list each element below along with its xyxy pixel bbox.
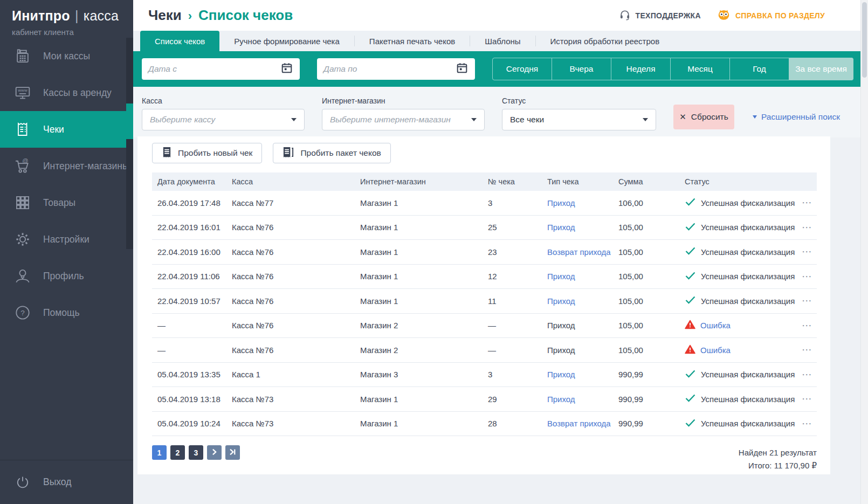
chevron-down-icon [753, 115, 757, 119]
breadcrumb-root[interactable]: Чеки [148, 7, 182, 24]
advanced-search-link[interactable]: Расширенный поиск [753, 112, 840, 122]
sidebar-item[interactable]: Мои кассы [0, 38, 133, 74]
logout-label: Выход [43, 477, 71, 488]
last-page-button[interactable] [225, 445, 240, 460]
row-menu-button[interactable]: ⋯ [797, 274, 817, 279]
date-from-input[interactable]: Дата с [142, 58, 300, 80]
row-menu-button[interactable]: ⋯ [797, 347, 817, 353]
results-total: Итого: 11 170,90 ₽ [739, 459, 817, 472]
row-menu-button[interactable]: ⋯ [797, 396, 817, 402]
row-menu-button[interactable]: ⋯ [797, 421, 817, 426]
calendar-icon[interactable] [456, 61, 469, 77]
receipt-date: 22.04.2019 16:01 [157, 223, 232, 232]
app-subtitle: кабинет клиента [12, 27, 133, 37]
sidebar-item[interactable]: wwwКассы в аренду [0, 74, 133, 111]
reset-filters-button[interactable]: ✕ Сбросить [673, 105, 734, 129]
success-check-icon [685, 222, 696, 233]
period-button[interactable]: Сегодня [493, 58, 552, 80]
receipt-kassa: Касса №73 [232, 419, 360, 428]
receipt-amount: 105,00 [618, 346, 685, 355]
row-menu-button[interactable]: ⋯ [797, 298, 817, 303]
row-menu-button[interactable]: ⋯ [797, 323, 817, 328]
receipt-type-link[interactable]: Приход [547, 395, 618, 404]
receipt-type-link[interactable]: Приход [547, 296, 618, 306]
receipt-type-link[interactable]: Возврат прихода [547, 419, 618, 428]
tab[interactable]: Список чеков [140, 31, 219, 51]
tab[interactable]: История обработки реестров [536, 31, 674, 51]
sidebar-scrollbar[interactable] [126, 38, 133, 249]
sidebar-item-label: Мои кассы [43, 51, 90, 62]
row-menu-button[interactable]: ⋯ [797, 372, 817, 377]
svg-text:www: www [17, 88, 27, 93]
page-button[interactable]: 3 [189, 445, 203, 460]
tab-bar: Список чековРучное формирование чекаПаке… [133, 31, 868, 51]
logout-button[interactable]: Выход [0, 460, 133, 504]
tab[interactable]: Пакетная печать чеков [355, 31, 470, 51]
row-menu-button[interactable]: ⋯ [797, 225, 817, 230]
sidebar-item[interactable]: ?Помощь [0, 294, 133, 331]
row-menu-button[interactable]: ⋯ [797, 200, 817, 205]
shop-select-placeholder: Выберите интернет-магазин [330, 115, 451, 125]
status-select[interactable]: Все чеки [502, 109, 656, 130]
batch-receipt-button[interactable]: Пробить пакет чеков [273, 143, 390, 163]
page-scrollbar-thumb[interactable] [862, 2, 867, 78]
kassa-select[interactable]: Выберите кассу [142, 109, 305, 130]
sidebar: Инитпро | касса кабинет клиента Мои касс… [0, 0, 133, 504]
receipt-kassa: Касса №76 [232, 296, 360, 306]
status-text: Успешная фискализация [701, 198, 795, 208]
headset-icon [619, 9, 631, 22]
receipt-amount: 105,00 [618, 296, 685, 306]
breadcrumb: Чеки › Список чеков [148, 7, 293, 24]
receipt-number: 3 [488, 198, 547, 208]
receipt-type-link[interactable]: Приход [547, 198, 618, 208]
receipt-icon [13, 121, 32, 138]
section-help-link[interactable]: СПРАВКА ПО РАЗДЕЛУ [717, 9, 825, 22]
status-badge: Успешная фискализация [685, 418, 797, 429]
success-check-icon [685, 271, 696, 282]
status-error-link[interactable]: Ошибка [700, 321, 731, 330]
period-button[interactable]: Месяц [671, 58, 730, 80]
page-button-current[interactable]: 1 [152, 445, 167, 460]
chevron-right-icon [210, 448, 218, 458]
status-text: Успешная фискализация [701, 395, 795, 404]
receipt-amount: 105,00 [618, 321, 685, 330]
receipt-type: Приход [547, 346, 618, 355]
receipt-number: 12 [488, 272, 547, 281]
receipt-kassa: Касса №76 [232, 247, 360, 257]
next-page-button[interactable] [207, 445, 222, 460]
sidebar-item[interactable]: @Интернет-магазины [0, 148, 133, 184]
sidebar-item[interactable]: Товары [0, 184, 133, 221]
tab[interactable]: Шаблоны [470, 31, 535, 51]
receipt-stack-icon [283, 147, 294, 160]
receipt-actions: Пробить новый чек Пробить пакет чеков [152, 143, 817, 163]
status-badge: Успешная фискализация [685, 393, 797, 404]
new-receipt-button[interactable]: Пробить новый чек [152, 143, 262, 163]
page-button[interactable]: 2 [170, 445, 185, 460]
row-menu-button[interactable]: ⋯ [797, 249, 817, 254]
shop-select[interactable]: Выберите интернет-магазин [322, 109, 485, 130]
receipt-type-link[interactable]: Приход [547, 370, 618, 379]
sidebar-item[interactable]: Профиль [0, 258, 133, 294]
sidebar-item[interactable]: Настройки [0, 221, 133, 258]
status-filter: Статус Все чеки [502, 87, 656, 130]
breadcrumb-separator-icon: › [188, 9, 192, 23]
period-button[interactable]: Неделя [611, 58, 671, 80]
period-button[interactable]: За все время [789, 58, 853, 80]
kassa-filter: Касса Выберите кассу [142, 87, 305, 130]
receipt-type-link[interactable]: Приход [547, 272, 618, 281]
sidebar-item[interactable]: Чеки [0, 111, 133, 148]
period-button[interactable]: Год [730, 58, 789, 80]
status-error-link[interactable]: Ошибка [700, 346, 731, 355]
chevron-down-icon [643, 118, 648, 121]
sidebar-scrollbar-thumb[interactable] [126, 103, 133, 139]
date-to-input[interactable]: Дата по [317, 58, 475, 80]
receipt-type-link[interactable]: Приход [547, 223, 618, 232]
owl-icon [717, 9, 731, 22]
tab[interactable]: Ручное формирование чека [219, 31, 354, 51]
period-button[interactable]: Вчера [552, 58, 611, 80]
tech-support-link[interactable]: ТЕХПОДДЕРЖКА [619, 9, 701, 22]
column-header: Статус [685, 177, 797, 186]
receipt-type-link[interactable]: Возврат прихода [547, 247, 618, 257]
page-scrollbar[interactable] [860, 0, 868, 504]
calendar-icon[interactable] [280, 61, 293, 77]
